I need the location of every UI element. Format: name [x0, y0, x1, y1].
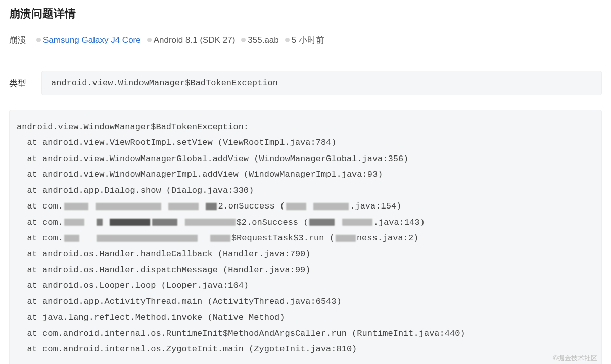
trace-line-redacted: at com. $2.onSuccess ( .java:143) [17, 215, 594, 230]
trace-line: at android.view.WindowManagerImpl.addVie… [17, 167, 594, 182]
crash-meta-row: 崩溃 Samsung Galaxy J4 Core Android 8.1 (S… [9, 34, 602, 46]
time-ago: 5 小时前 [292, 34, 324, 46]
trace-line: at android.os.Handler.handleCallback (Ha… [17, 246, 594, 262]
type-row: 类型 android.view.WindowManager$BadTokenEx… [9, 71, 602, 95]
page-title: 崩溃问题详情 [9, 6, 602, 21]
trace-line: at com.android.internal.os.ZygoteInit.ma… [17, 341, 594, 357]
trace-line: at android.os.Handler.dispatchMessage (H… [17, 262, 594, 278]
trace-line: at com.android.internal.os.RuntimeInit$M… [17, 326, 594, 341]
trace-line: at android.view.ViewRootImpl.setView (Vi… [17, 135, 594, 150]
bullet-icon [285, 38, 290, 42]
trace-line: at java.lang.reflect.Method.invoke (Nati… [17, 309, 594, 325]
divider [9, 50, 602, 50]
watermark: ©掘金技术社区 [553, 352, 597, 364]
device-link[interactable]: Samsung Galaxy J4 Core [43, 35, 141, 45]
trace-line: at android.os.Looper.loop (Looper.java:1… [17, 278, 594, 293]
trace-header: android.view.WindowManager$BadTokenExcep… [17, 119, 594, 135]
trace-line-redacted: at com. $RequestTask$3.run (ness.java:2) [17, 230, 594, 246]
trace-line: at android.view.WindowManagerGlobal.addV… [17, 151, 594, 167]
bullet-icon [241, 38, 246, 42]
bullet-icon [36, 38, 41, 42]
bullet-icon [147, 38, 152, 42]
type-label: 类型 [9, 71, 34, 95]
stack-trace: android.view.WindowManager$BadTokenExcep… [9, 110, 602, 364]
bundle-name: 355.aab [248, 35, 278, 45]
os-version: Android 8.1 (SDK 27) [154, 35, 236, 45]
trace-line: at android.app.ActivityThread.main (Acti… [17, 294, 594, 309]
crash-label: 崩溃 [9, 34, 26, 46]
trace-line-redacted: at com. 2.onSuccess ( .java:154) [17, 198, 594, 214]
trace-line: at android.app.Dialog.show (Dialog.java:… [17, 183, 594, 198]
exception-type: android.view.WindowManager$BadTokenExcep… [41, 71, 602, 95]
